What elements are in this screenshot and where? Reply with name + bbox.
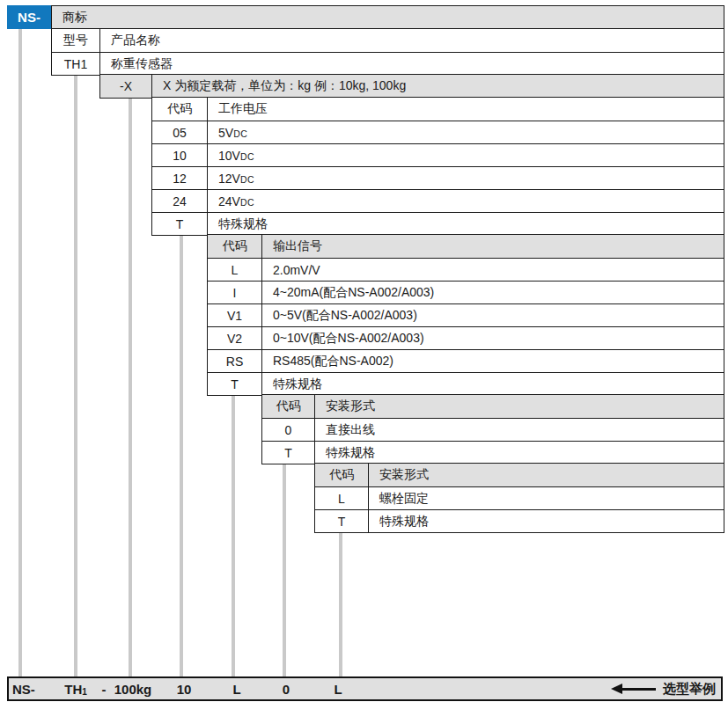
connector-line-model <box>74 74 77 676</box>
example-output: L <box>232 682 240 697</box>
example-brand: NS- <box>12 682 35 697</box>
voltage-header-row: 代码 工作电压 <box>152 98 724 121</box>
code-cell: T <box>315 510 369 532</box>
code-cell: T <box>262 442 315 464</box>
desc-cell: 24VDC <box>208 190 724 212</box>
voltage-table: 代码 工作电压 05 5VDC 10 10VDC 12 12VDC 24 24V… <box>151 97 724 236</box>
desc-cell: 直接出线 <box>315 419 724 441</box>
code-cell: I <box>208 282 262 303</box>
desc-cell: 2.0mV/V <box>262 259 724 281</box>
example-model: TH1 <box>64 682 87 697</box>
output-row: L 2.0mV/V <box>208 258 724 281</box>
output-row: I 4~20mA(配合NS-A002/A003) <box>208 281 724 303</box>
fixing-header-row: 代码 安装形式 <box>315 464 724 486</box>
desc-cell: 特殊规格 <box>369 510 724 532</box>
code-cell: 05 <box>152 121 208 143</box>
voltage-header-desc: 工作电压 <box>208 98 724 121</box>
output-row: V2 0~10V(配合NS-A002/A003) <box>208 326 724 349</box>
fixing-row: T 特殊规格 <box>315 509 724 532</box>
output-row: RS RS485(配合NS-A002) <box>208 349 724 372</box>
trademark-label: 商标 <box>52 6 724 29</box>
mounting-header-desc: 安装形式 <box>315 395 724 418</box>
desc-cell: 10VDC <box>208 144 724 166</box>
voltage-value: 24V <box>218 194 240 208</box>
voltage-value: 10V <box>218 149 240 163</box>
output-header-code: 代码 <box>208 235 262 258</box>
model-row: TH1 称重传感器 <box>52 52 724 75</box>
model-header-desc: 产品名称 <box>100 29 724 52</box>
ordering-example-bar: NS- TH1 - 100kg 10 L 0 L 选型举例 <box>7 676 723 701</box>
output-row: V1 0~5V(配合NS-A002/A003) <box>208 303 724 326</box>
model-header-row: 型号 产品名称 <box>52 29 724 52</box>
voltage-header-code: 代码 <box>152 98 208 121</box>
connector-line-brand <box>18 29 22 676</box>
example-model-text: TH <box>64 682 82 697</box>
example-arrow-label: 选型举例 <box>663 681 716 698</box>
voltage-row: 10 10VDC <box>152 143 724 166</box>
voltage-value: 特殊规格 <box>218 216 268 232</box>
model-code: TH1 <box>52 53 100 75</box>
connector-line-mounting <box>283 463 286 676</box>
model-selection-diagram: NS- 商标 型号 产品名称 TH1 称重传感器 -X X 为额定载荷，单位为：… <box>0 0 728 702</box>
voltage-unit: DC <box>240 197 254 208</box>
voltage-value: 5V <box>218 126 233 140</box>
fixing-row: L 螺栓固定 <box>315 486 724 509</box>
example-dash: - <box>102 682 107 697</box>
model-table: 型号 产品名称 TH1 称重传感器 <box>51 28 724 76</box>
code-cell: 10 <box>152 144 208 166</box>
trademark-row: 商标 <box>52 6 724 29</box>
desc-cell: 0~5V(配合NS-A002/A003) <box>262 304 724 326</box>
left-arrow-icon <box>611 684 622 694</box>
desc-cell: 特殊规格 <box>262 373 724 395</box>
fixing-table: 代码 安装形式 L 螺栓固定 T 特殊规格 <box>314 463 724 533</box>
output-header-desc: 输出信号 <box>262 235 724 258</box>
connector-line-capacity <box>129 97 132 676</box>
code-cell: T <box>152 213 208 235</box>
voltage-row: T 特殊规格 <box>152 212 724 235</box>
mounting-row: T 特殊规格 <box>262 441 724 464</box>
model-header-code: 型号 <box>52 29 100 52</box>
desc-cell: RS485(配合NS-A002) <box>262 350 724 372</box>
mounting-header-row: 代码 安装形式 <box>262 395 724 418</box>
desc-cell: 5VDC <box>208 121 724 143</box>
capacity-desc: X 为额定载荷，单位为：kg 例：10kg, 100kg <box>152 75 724 98</box>
voltage-row: 12 12VDC <box>152 166 724 189</box>
desc-cell: 螺栓固定 <box>369 487 724 509</box>
voltage-unit: DC <box>240 174 254 185</box>
code-cell: RS <box>208 350 262 372</box>
desc-cell: 0~10V(配合NS-A002/A003) <box>262 327 724 349</box>
voltage-value: 12V <box>218 172 240 186</box>
code-cell: 0 <box>262 419 315 441</box>
code-cell: V1 <box>208 304 262 326</box>
code-cell: 24 <box>152 190 208 212</box>
voltage-row: 24 24VDC <box>152 189 724 212</box>
mounting-row: 0 直接出线 <box>262 418 724 441</box>
capacity-table: -X X 为额定载荷，单位为：kg 例：10kg, 100kg <box>99 74 724 99</box>
trademark-table: 商标 <box>51 5 724 30</box>
example-mounting: 0 <box>283 682 290 697</box>
code-cell: L <box>208 259 262 281</box>
capacity-row: -X X 为额定载荷，单位为：kg 例：10kg, 100kg <box>100 75 724 98</box>
brand-code-label: NS- <box>18 10 40 25</box>
voltage-unit: DC <box>240 151 254 162</box>
output-row: T 特殊规格 <box>208 372 724 395</box>
example-capacity: 100kg <box>114 682 152 697</box>
output-signal-table: 代码 输出信号 L 2.0mV/V I 4~20mA(配合NS-A002/A00… <box>207 234 724 396</box>
capacity-code: -X <box>100 75 152 98</box>
brand-code-box: NS- <box>7 5 51 29</box>
desc-cell: 12VDC <box>208 167 724 189</box>
example-model-subscript: 1 <box>82 687 87 697</box>
example-voltage: 10 <box>177 682 192 697</box>
code-cell: T <box>208 373 262 395</box>
mounting-table: 代码 安装形式 0 直接出线 T 特殊规格 <box>261 394 724 464</box>
example-arrow-group: 选型举例 <box>611 678 716 699</box>
connector-line-fixing <box>339 531 342 676</box>
code-cell: V2 <box>208 327 262 349</box>
fixing-header-code: 代码 <box>315 464 369 486</box>
voltage-row: 05 5VDC <box>152 121 724 143</box>
desc-cell: 特殊规格 <box>208 213 724 235</box>
code-cell: 12 <box>152 167 208 189</box>
code-cell: L <box>315 487 369 509</box>
model-desc: 称重传感器 <box>100 53 724 75</box>
output-header-row: 代码 输出信号 <box>208 235 724 258</box>
